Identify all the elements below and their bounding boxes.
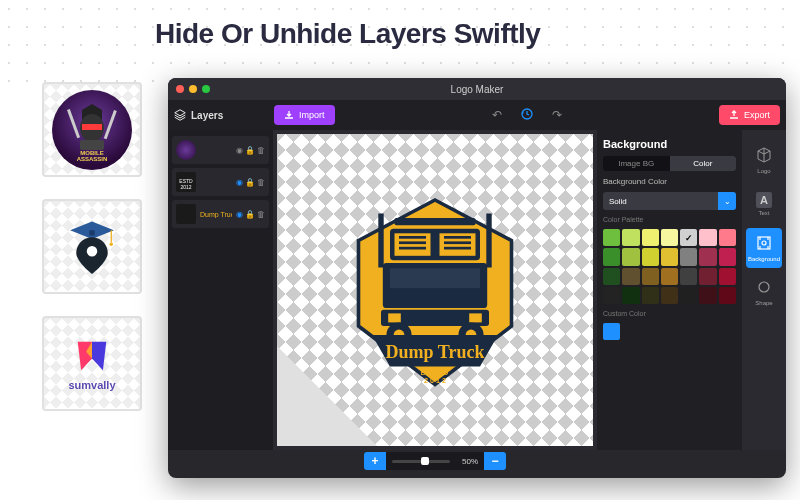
rtab-shape[interactable]: Shape bbox=[746, 272, 782, 312]
maximize-window-button[interactable] bbox=[202, 85, 210, 93]
color-swatch[interactable] bbox=[680, 248, 697, 265]
lock-icon[interactable]: 🔒 bbox=[245, 210, 255, 219]
palette-label: Color Palette bbox=[603, 216, 736, 223]
svg-rect-22 bbox=[390, 268, 480, 288]
svg-point-8 bbox=[109, 243, 113, 247]
minimize-window-button[interactable] bbox=[189, 85, 197, 93]
color-swatch[interactable] bbox=[661, 268, 678, 285]
example-thumbnails: MOBILEASSASSIN sumvally bbox=[42, 82, 142, 411]
visibility-toggle-icon[interactable]: ◉ bbox=[236, 210, 243, 219]
color-swatch[interactable] bbox=[642, 287, 659, 304]
rtab-logo[interactable]: Logo bbox=[746, 140, 782, 180]
svg-rect-15 bbox=[399, 236, 426, 239]
svg-point-36 bbox=[759, 282, 769, 292]
svg-rect-17 bbox=[399, 247, 426, 250]
layer-item[interactable]: ESTD2012 ◉ 🔒 🗑 bbox=[172, 168, 269, 196]
svg-rect-25 bbox=[469, 313, 482, 322]
lock-icon[interactable]: 🔒 bbox=[245, 178, 255, 187]
layers-panel-header: Layers bbox=[174, 109, 264, 121]
color-swatch[interactable] bbox=[661, 287, 678, 304]
zoom-slider-thumb[interactable] bbox=[421, 457, 429, 465]
svg-rect-20 bbox=[444, 247, 471, 250]
close-window-button[interactable] bbox=[176, 85, 184, 93]
svg-point-35 bbox=[762, 241, 766, 245]
import-label: Import bbox=[299, 110, 325, 120]
canvas-area[interactable]: Dump Truck E S T D 2 0 1 2 bbox=[273, 130, 597, 450]
color-swatch[interactable] bbox=[603, 248, 620, 265]
thumb-scholar bbox=[42, 199, 142, 294]
undo-button[interactable]: ↶ bbox=[492, 108, 502, 122]
layer-item[interactable]: Dump Truck ◉ 🔒 🗑 bbox=[172, 200, 269, 228]
color-swatch[interactable] bbox=[680, 229, 697, 246]
svg-rect-6 bbox=[89, 231, 94, 236]
color-swatch[interactable] bbox=[622, 287, 639, 304]
svg-rect-31 bbox=[486, 214, 491, 268]
color-swatch[interactable] bbox=[699, 287, 716, 304]
custom-color-label: Custom Color bbox=[603, 310, 736, 317]
color-swatch[interactable] bbox=[719, 229, 736, 246]
color-swatch[interactable] bbox=[622, 268, 639, 285]
bg-type-tabs: Image BG Color bbox=[603, 156, 736, 171]
svg-rect-4 bbox=[80, 140, 104, 150]
layer-item[interactable]: ◉ 🔒 🗑 bbox=[172, 136, 269, 164]
color-swatch[interactable] bbox=[603, 229, 620, 246]
color-swatch[interactable] bbox=[699, 229, 716, 246]
color-swatch[interactable] bbox=[642, 248, 659, 265]
color-swatch[interactable] bbox=[642, 268, 659, 285]
lock-icon[interactable]: 🔒 bbox=[245, 146, 255, 155]
svg-rect-30 bbox=[378, 214, 383, 268]
tab-color[interactable]: Color bbox=[670, 156, 737, 171]
zoom-in-button[interactable]: + bbox=[364, 452, 386, 470]
color-swatch[interactable] bbox=[622, 229, 639, 246]
svg-rect-24 bbox=[388, 313, 401, 322]
titlebar: Logo Maker bbox=[168, 78, 786, 100]
visibility-toggle-icon[interactable]: ◉ bbox=[236, 178, 243, 187]
color-swatch[interactable] bbox=[719, 287, 736, 304]
export-icon bbox=[729, 110, 739, 120]
zoom-out-button[interactable]: − bbox=[484, 452, 506, 470]
zoom-value: 50% bbox=[456, 452, 484, 470]
color-swatch[interactable] bbox=[699, 248, 716, 265]
zoom-slider[interactable] bbox=[386, 452, 456, 470]
svg-rect-2 bbox=[67, 108, 80, 137]
delete-icon[interactable]: 🗑 bbox=[257, 210, 265, 219]
rtab-background[interactable]: Background bbox=[746, 228, 782, 268]
svg-text:2 0 1 2: 2 0 1 2 bbox=[424, 376, 446, 385]
color-swatch[interactable] bbox=[719, 248, 736, 265]
tab-image-bg[interactable]: Image BG bbox=[603, 156, 670, 171]
thumb-sumvally: sumvally bbox=[42, 316, 142, 411]
history-button[interactable] bbox=[520, 107, 534, 124]
custom-color-swatch[interactable] bbox=[603, 323, 620, 340]
color-swatch[interactable] bbox=[622, 248, 639, 265]
color-swatch[interactable] bbox=[603, 287, 620, 304]
rtab-text[interactable]: A Text bbox=[746, 184, 782, 224]
color-swatch[interactable] bbox=[680, 287, 697, 304]
chevron-down-icon: ⌄ bbox=[718, 192, 736, 210]
color-swatch[interactable] bbox=[661, 248, 678, 265]
svg-rect-11 bbox=[395, 218, 476, 225]
background-panel: Background Image BG Color Background Col… bbox=[597, 130, 742, 450]
svg-text:E S T D: E S T D bbox=[421, 369, 449, 376]
import-button[interactable]: Import bbox=[274, 105, 335, 125]
rtab-label: Text bbox=[758, 210, 769, 216]
svg-point-9 bbox=[87, 246, 98, 257]
rtab-label: Shape bbox=[755, 300, 772, 306]
fill-type-value: Solid bbox=[609, 197, 627, 206]
fill-type-select[interactable]: Solid ⌄ bbox=[603, 192, 736, 210]
color-swatch[interactable] bbox=[661, 229, 678, 246]
export-button[interactable]: Export bbox=[719, 105, 780, 125]
color-swatch[interactable] bbox=[719, 268, 736, 285]
import-icon bbox=[284, 110, 294, 120]
redo-button[interactable]: ↷ bbox=[552, 108, 562, 122]
color-swatch[interactable] bbox=[642, 229, 659, 246]
layers-panel: ◉ 🔒 🗑 ESTD2012 ◉ 🔒 🗑 Dump Truck ◉ bbox=[168, 130, 273, 450]
canvas[interactable]: Dump Truck E S T D 2 0 1 2 bbox=[277, 134, 593, 446]
layers-panel-title: Layers bbox=[191, 110, 223, 121]
color-swatch[interactable] bbox=[603, 268, 620, 285]
color-swatch[interactable] bbox=[680, 268, 697, 285]
visibility-toggle-icon[interactable]: ◉ bbox=[236, 146, 243, 155]
delete-icon[interactable]: 🗑 bbox=[257, 146, 265, 155]
color-swatch[interactable] bbox=[699, 268, 716, 285]
delete-icon[interactable]: 🗑 bbox=[257, 178, 265, 187]
rtab-label: Logo bbox=[757, 168, 770, 174]
